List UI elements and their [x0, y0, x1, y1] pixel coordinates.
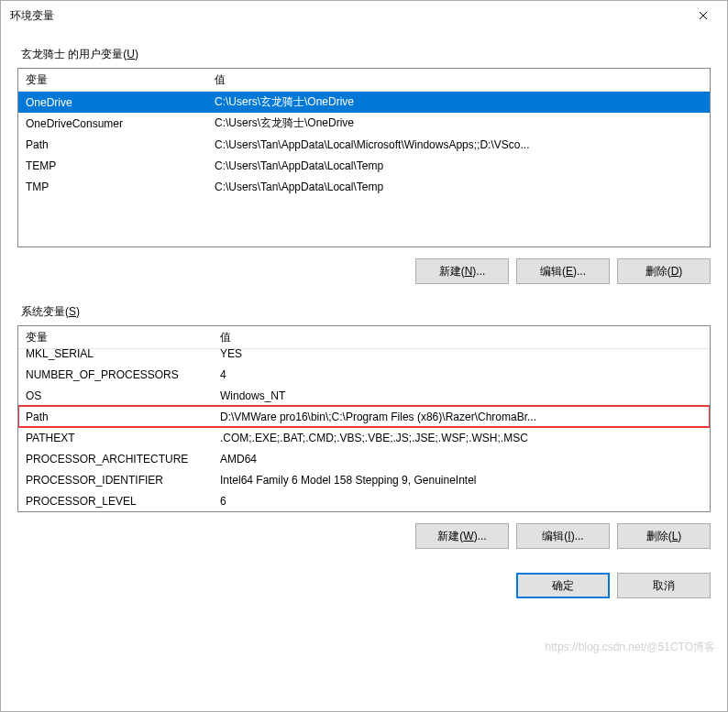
var-value-cell: 6	[216, 495, 710, 508]
titlebar: 环境变量	[1, 1, 727, 30]
table-row[interactable]: PROCESSOR_LEVEL6	[18, 490, 710, 511]
table-row[interactable]: PATHEXT.COM;.EXE;.BAT;.CMD;.VBS;.VBE;.JS…	[18, 427, 710, 448]
var-name-cell: PROCESSOR_IDENTIFIER	[18, 474, 216, 487]
var-name-cell: Path	[18, 138, 211, 151]
var-name-cell: OS	[18, 389, 216, 402]
var-value-cell: 4	[216, 368, 710, 381]
user-vars-buttons: 新建(N)... 编辑(E)... 删除(D)	[17, 258, 711, 284]
user-delete-button[interactable]: 删除(D)	[617, 258, 711, 284]
table-row[interactable]: TMPC:\Users\Tan\AppData\Local\Temp	[18, 176, 710, 197]
var-value-cell: C:\Users\玄龙骑士\OneDrive	[211, 115, 710, 131]
var-name-cell: NUMBER_OF_PROCESSORS	[18, 368, 216, 381]
var-value-cell: Windows_NT	[216, 389, 710, 402]
close-icon	[699, 11, 708, 20]
cancel-button[interactable]: 取消	[617, 573, 711, 598]
var-name-cell: TEMP	[18, 159, 211, 172]
col-header-variable[interactable]: 变量	[18, 72, 211, 88]
table-row[interactable]: OSWindows_NT	[18, 385, 710, 406]
table-row[interactable]: PathC:\Users\Tan\AppData\Local\Microsoft…	[18, 134, 710, 155]
var-value-cell: C:\Users\Tan\AppData\Local\Microsoft\Win…	[211, 138, 710, 151]
table-row[interactable]: OneDriveC:\Users\玄龙骑士\OneDrive	[18, 92, 710, 113]
col-header-value[interactable]: 值	[211, 72, 710, 88]
var-name-cell: PATHEXT	[18, 432, 216, 444]
var-value-cell: C:\Users\Tan\AppData\Local\Temp	[211, 181, 710, 193]
var-name-cell: TMP	[18, 181, 211, 193]
var-name-cell: PROCESSOR_LEVEL	[18, 495, 216, 508]
table-row[interactable]: NUMBER_OF_PROCESSORS4	[18, 364, 710, 385]
user-vars-label: 玄龙骑士 的用户变量(U)	[21, 47, 711, 62]
user-edit-button[interactable]: 编辑(E)...	[516, 258, 610, 284]
system-delete-button[interactable]: 删除(L)	[617, 523, 711, 549]
system-new-button[interactable]: 新建(W)...	[415, 523, 509, 549]
table-row[interactable]: PROCESSOR_ARCHITECTUREAMD64	[18, 448, 710, 469]
ok-button[interactable]: 确定	[516, 573, 610, 598]
user-new-button[interactable]: 新建(N)...	[415, 258, 509, 284]
var-value-cell: Intel64 Family 6 Model 158 Stepping 9, G…	[216, 474, 710, 487]
var-value-cell: D:\VMWare pro16\bin\;C:\Program Files (x…	[216, 411, 710, 423]
var-name-cell: Path	[18, 411, 216, 423]
system-vars-label: 系统变量(S)	[21, 304, 711, 320]
var-value-cell: YES	[216, 349, 710, 360]
table-row[interactable]: PROCESSOR_IDENTIFIERIntel64 Family 6 Mod…	[18, 469, 710, 490]
system-vars-header: 变量 值	[18, 326, 710, 349]
user-vars-listbox[interactable]: 变量 值 OneDriveC:\Users\玄龙骑士\OneDriveOneDr…	[17, 68, 711, 247]
table-row[interactable]: OneDriveConsumerC:\Users\玄龙骑士\OneDrive	[18, 113, 710, 134]
var-name-cell: MKL_SERIAL	[18, 349, 216, 360]
var-name-cell: OneDriveConsumer	[18, 117, 211, 130]
var-value-cell: C:\Users\Tan\AppData\Local\Temp	[211, 159, 710, 172]
user-vars-header: 变量 值	[18, 69, 710, 92]
var-name-cell: OneDrive	[18, 96, 211, 109]
system-edit-button[interactable]: 编辑(I)...	[516, 523, 610, 549]
col-header-value[interactable]: 值	[216, 330, 710, 345]
close-button[interactable]	[683, 3, 723, 28]
dialog-footer: 确定 取消	[17, 573, 711, 598]
table-row[interactable]: PathD:\VMWare pro16\bin\;C:\Program File…	[18, 406, 710, 427]
var-value-cell: AMD64	[216, 453, 710, 466]
user-vars-rows: OneDriveC:\Users\玄龙骑士\OneDriveOneDriveCo…	[18, 92, 710, 246]
table-row[interactable]: MKL_SERIALYES	[18, 349, 710, 364]
system-vars-listbox[interactable]: 变量 值 MKL_SERIALYESNUMBER_OF_PROCESSORS4O…	[17, 325, 711, 512]
system-vars-rows: MKL_SERIALYESNUMBER_OF_PROCESSORS4OSWind…	[18, 349, 710, 511]
col-header-variable[interactable]: 变量	[18, 330, 216, 345]
system-vars-buttons: 新建(W)... 编辑(I)... 删除(L)	[17, 523, 711, 549]
table-row[interactable]: TEMPC:\Users\Tan\AppData\Local\Temp	[18, 155, 710, 176]
var-value-cell: C:\Users\玄龙骑士\OneDrive	[211, 94, 710, 110]
dialog-body: 玄龙骑士 的用户变量(U) 变量 值 OneDriveC:\Users\玄龙骑士…	[1, 30, 727, 711]
window-title: 环境变量	[10, 8, 683, 24]
var-value-cell: .COM;.EXE;.BAT;.CMD;.VBS;.VBE;.JS;.JSE;.…	[216, 432, 710, 444]
var-name-cell: PROCESSOR_ARCHITECTURE	[18, 453, 216, 466]
env-vars-dialog: 环境变量 玄龙骑士 的用户变量(U) 变量 值 OneDriveC:\Users…	[0, 0, 728, 712]
